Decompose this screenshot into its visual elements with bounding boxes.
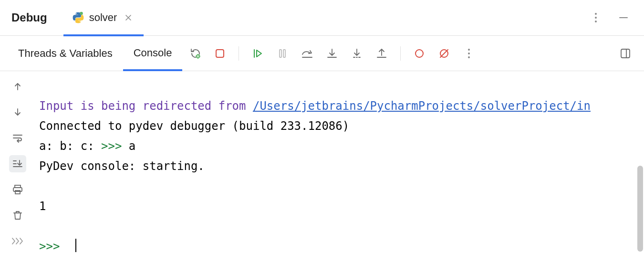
svg-rect-20	[15, 190, 20, 194]
soft-wrap-icon[interactable]	[9, 129, 26, 147]
pause-icon[interactable]	[275, 46, 290, 61]
tool-window-title: Debug	[4, 11, 55, 24]
svg-point-16	[468, 56, 470, 58]
console-line: Connected to pydev debugger (build 233.1…	[39, 119, 349, 133]
debug-toolbar	[188, 46, 476, 61]
tab-console[interactable]: Console	[123, 36, 183, 71]
header-right-actions	[589, 11, 640, 25]
console-line: PyDev console: starting.	[39, 159, 205, 173]
close-tab-icon[interactable]	[122, 14, 135, 21]
step-over-icon[interactable]	[300, 46, 314, 61]
more-debug-options-icon[interactable]	[462, 46, 476, 61]
tab-threads-variables[interactable]: Threads & Variables	[8, 36, 123, 71]
svg-point-0	[75, 13, 76, 14]
stop-icon[interactable]	[213, 46, 227, 61]
svg-point-3	[595, 13, 597, 15]
svg-point-15	[468, 53, 470, 54]
scroll-down-icon[interactable]	[9, 104, 26, 121]
console-line	[39, 220, 46, 233]
step-into-mycode-icon[interactable]	[350, 46, 364, 61]
layout-settings-icon[interactable]	[618, 46, 633, 61]
resume-icon[interactable]	[250, 46, 265, 61]
svg-point-5	[595, 21, 597, 22]
console-output[interactable]: Input is being redirected from /Users/je…	[35, 71, 644, 254]
separator	[400, 46, 401, 61]
python-icon	[72, 11, 84, 24]
redirect-source-link[interactable]: /Users/jetbrains/PycharmProjects/solverP…	[253, 99, 591, 113]
svg-point-12	[415, 50, 423, 57]
step-into-icon[interactable]	[325, 46, 339, 61]
console-line: 1	[39, 200, 46, 213]
console-line: Input is being redirected from /Users/je…	[39, 99, 591, 113]
mute-breakpoints-icon[interactable]	[437, 46, 451, 61]
console-line: a: b: c: >>> a	[39, 139, 135, 153]
svg-point-14	[468, 49, 470, 51]
scroll-up-icon[interactable]	[9, 78, 26, 95]
console-prompt-line[interactable]: >>>	[39, 240, 76, 253]
more-options-icon[interactable]	[589, 11, 603, 25]
console-gutter	[0, 71, 35, 254]
show-python-prompt-icon[interactable]	[9, 233, 26, 250]
subheader-right	[618, 46, 636, 61]
print-icon[interactable]	[9, 181, 26, 198]
debug-tool-window-header: Debug solver	[0, 0, 644, 36]
view-breakpoints-icon[interactable]	[412, 46, 426, 61]
separator	[239, 46, 239, 61]
minimize-icon[interactable]	[616, 11, 631, 25]
run-config-label: solver	[89, 11, 117, 24]
debug-subheader: Threads & Variables Console	[0, 36, 644, 71]
step-out-icon[interactable]	[374, 46, 389, 61]
svg-point-2	[80, 12, 83, 15]
svg-point-4	[595, 17, 597, 19]
vertical-scrollbar[interactable]	[637, 166, 643, 252]
clear-icon[interactable]	[9, 207, 26, 224]
svg-rect-9	[216, 50, 224, 57]
rerun-debug-icon[interactable]	[188, 46, 202, 61]
text-cursor	[75, 239, 76, 252]
console-line	[39, 180, 46, 193]
svg-rect-17	[621, 49, 630, 58]
svg-point-1	[80, 21, 81, 22]
scroll-to-end-icon[interactable]	[9, 155, 26, 172]
run-config-tab[interactable]: solver	[63, 1, 144, 36]
svg-rect-11	[283, 50, 285, 57]
svg-rect-10	[280, 50, 281, 57]
console-body: Input is being redirected from /Users/je…	[0, 71, 644, 254]
